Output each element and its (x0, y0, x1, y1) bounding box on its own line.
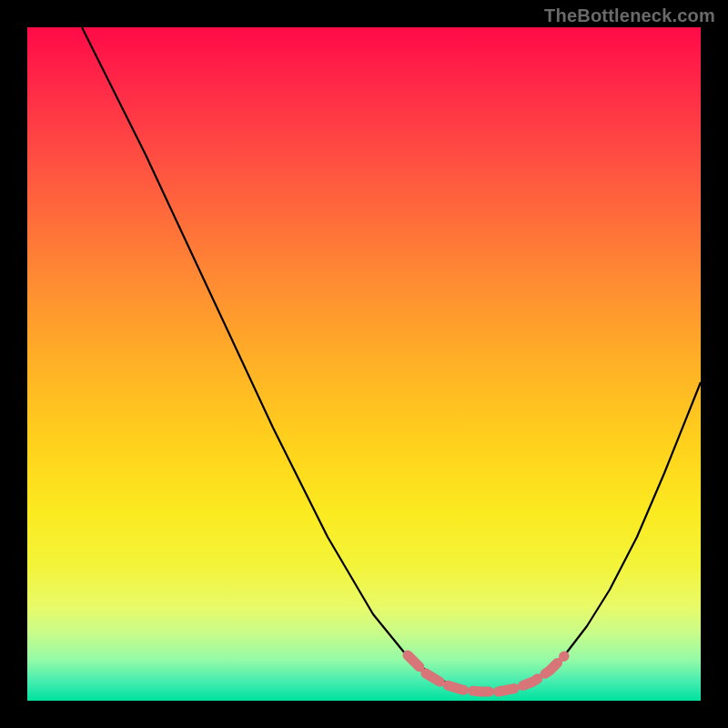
watermark-text: TheBottleneck.com (544, 5, 715, 26)
plot-area (27, 27, 701, 701)
curve-layer (27, 27, 701, 701)
chart-frame: TheBottleneck.com (0, 0, 728, 728)
bottleneck-curve (82, 27, 701, 692)
curve-highlight (408, 655, 564, 692)
